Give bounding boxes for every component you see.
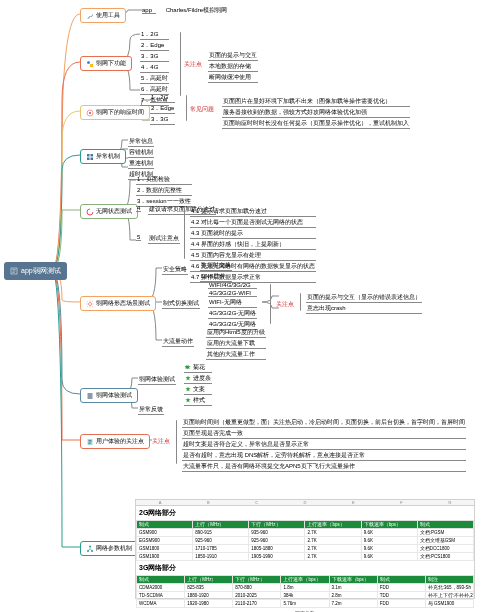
kw-uxfocus: 关注点: [152, 437, 170, 446]
list-item: 应用内Html5度的升级: [206, 328, 266, 338]
netswitch-strategy-list: 数据时交换DNS防伴: [200, 261, 232, 283]
doc-icon: [86, 438, 94, 446]
list-item: 容错机制: [128, 148, 154, 158]
section-uxtest[interactable]: 弱网体验测试: [80, 388, 138, 403]
section-tools[interactable]: 使用工具: [80, 8, 126, 23]
list-item: 4.4 界面的好感（快旧，上提刷新）: [190, 240, 316, 250]
svg-rect-8: [91, 157, 94, 160]
list-item: 1．2G: [140, 30, 169, 40]
star-icon: ★: [184, 363, 189, 370]
section-uxfocus-label: 用户体验的关注点: [96, 437, 144, 446]
list-item: 断网做缓冲使用: [208, 73, 258, 83]
section-netparam[interactable]: 网络参数机制: [80, 541, 138, 556]
netswitch-mode: 制式切换测试: [162, 299, 200, 309]
table-row: EGSM900925-960925-9602.7K9.6K文档文维基GSM: [137, 537, 474, 545]
table-2g: 制式上行（MHz）下行（MHz）上行速率（bps）下载速率（bps）制式GSM9…: [136, 520, 474, 561]
brace-nostate: [184, 207, 185, 259]
section-weaknet-func[interactable]: 弱网下功能: [80, 56, 132, 71]
sect-2g: 2G网络部分: [136, 506, 474, 520]
weaknet-resp-issues: 页面图片在显好环境下加载不出来（图像加载等操作需要优化）服务器接收到的数据，强较…: [222, 97, 410, 130]
svg-rect-6: [91, 154, 94, 157]
uxfocus-list: 页面响时间则（最重更做型，面）关注热启动，冷启动时间，页面切换，前后台切换，首字…: [182, 418, 466, 473]
list-item: 1．页面检验: [136, 175, 192, 185]
kw-focus-1: 关注点: [184, 60, 202, 69]
section-netswitch-label: 弱网络形态场景测试: [96, 299, 150, 308]
list-item: 页面响时间则（最重更做型，面）关注热启动，冷启动时间，页面切换，前后台切换，首字…: [182, 418, 466, 428]
list-item: 重连机制: [128, 159, 154, 169]
netswitch-bigflow: 大流量动作: [162, 337, 194, 347]
section-uxfocus[interactable]: 用户体验的关注点: [80, 434, 150, 449]
netswitch-mode-list: WIFI/4G/3G/2G4G/3G/2G-WIFIWIFI-无网络4G/3G/…: [208, 282, 257, 331]
section-exception-label: 异常机制: [96, 152, 120, 161]
table-row: GSM900890-915935-9602.7K9.6K文档:PGSM: [137, 529, 474, 537]
svg-point-4: [89, 112, 91, 114]
section-exception[interactable]: 异常机制: [80, 149, 126, 164]
list-item: 5．高延时: [140, 74, 169, 84]
uxtest-bad: 异常反馈: [138, 405, 164, 415]
list-item: 页面的提示与交互（显示的错误表述信息）: [306, 293, 422, 303]
nostate-5t: 测试注意点: [148, 234, 180, 244]
section-weaknet-func-label: 弱网下功能: [96, 59, 126, 68]
nostate-4: 4: [136, 205, 141, 212]
top-note: app Charles/Fildre模拟弱网: [142, 6, 227, 15]
brace-mode2: [300, 293, 301, 311]
svg-rect-2: [90, 64, 93, 67]
list-item: 4G/3G/2G-WIFI: [208, 290, 257, 297]
list-item: 服务器接收到的数据，强较方式好攻网络体验优化加强: [222, 108, 410, 118]
table-row: GSM18001710-17851805-18802.7K9.6K文档DCC18…: [137, 545, 474, 553]
section-weaknet-response[interactable]: 弱网下的响应时间: [80, 105, 150, 120]
section-netswitch[interactable]: 弱网络形态场景测试: [80, 296, 156, 311]
root-label: app弱网测试: [21, 266, 61, 276]
list-item: WIFI-无网络: [208, 298, 257, 308]
list-item: 大流量事件只，是否有网络环境提交充APN5页下飞行大流量操作: [182, 462, 466, 472]
section-weaknet-response-label: 弱网下的响应时间: [96, 108, 144, 117]
svg-rect-5: [87, 154, 90, 157]
list-item: 意志出现crash: [306, 304, 422, 314]
list-item: ★ 进度条: [184, 374, 212, 384]
brace-uxfocus: [176, 420, 177, 464]
top-note-text: Charles/Fildre模拟弱网: [166, 7, 227, 13]
list-item: 3．3G: [150, 115, 175, 125]
section-tools-label: 使用工具: [96, 11, 120, 20]
section-netparam-label: 网络参数机制: [96, 544, 132, 553]
nostate-head: 1．页面检验2．数据的完整性3．session一一致性: [136, 175, 192, 208]
section-nostate[interactable]: 无网状态测试: [80, 204, 138, 219]
list-item: 4.3 页面就时的提示: [190, 229, 316, 239]
table-3g: 制式上行（MHz）下行（MHz）上行速率（bps）下载速率（bps）制式制注CD…: [136, 575, 474, 608]
table-row: TD-SCDMA1880-19202010-2025384k2.8mTDD补不上…: [137, 592, 474, 600]
brace-weaknet-resp: [186, 95, 187, 121]
svg-point-1: [87, 61, 90, 64]
target-icon: [86, 109, 94, 117]
list-item: 其他的大流量工作: [206, 350, 266, 360]
list-item: WIFI/4G/3G/2G: [208, 282, 257, 289]
kw-issue: 常见问题: [190, 105, 214, 114]
top-note-prefix: app: [142, 7, 156, 14]
network-grid: ABCDEFG 2G网络部分 制式上行（MHz）下行（MHz）上行速率（bps）…: [135, 499, 475, 599]
list-item: 数据时交换: [200, 261, 232, 271]
list-item: 4.2 对比每一个页面是否测试无网络的状态: [190, 218, 316, 228]
list-item: ★ 样式: [184, 396, 212, 406]
uxtest-good: 弱网体验测试: [138, 375, 176, 385]
sect-3g: 3G网络部分: [136, 561, 474, 575]
svg-rect-7: [87, 157, 90, 160]
gear-icon: [86, 300, 94, 308]
spin-icon: [86, 208, 94, 216]
list-icon: [86, 392, 94, 400]
table-row: GSM19001850-19101905-19902.7K9.6K文档:PCS1…: [137, 553, 474, 561]
list-item: 页面图片在显好环境下加载不出来（图像加载等操作需要优化）: [222, 97, 410, 107]
list-item: 页面的提示与交互: [208, 51, 258, 61]
list-item: 4.1 提示请求页面加载分速过: [190, 207, 316, 217]
tree-icon: [86, 545, 94, 553]
table-row: CDMA2000825-835870-8801.8m3.1mFDD补充北:365…: [137, 584, 474, 592]
list-item: DNS防伴: [200, 272, 232, 282]
section-uxtest-label: 弱网体验测试: [96, 391, 132, 400]
list-item: 4．4G: [140, 63, 169, 73]
svg-point-11: [89, 545, 91, 547]
grid-more: 网页参数: [136, 608, 474, 612]
weaknet-resp-list: 1．2G2．Edge3．3G: [150, 93, 175, 126]
netswitch-mode-focus-list: 页面的提示与交互（显示的错误表述信息）意志出现crash: [306, 293, 422, 315]
netswitch-bigflow-list: 应用内Html5度的升级应用的大流量下载其他的大流量工作: [206, 328, 266, 361]
svg-point-9: [89, 302, 92, 305]
grid-icon: [86, 153, 94, 161]
list-item: 4G/3G/2G-无网络: [208, 309, 257, 319]
